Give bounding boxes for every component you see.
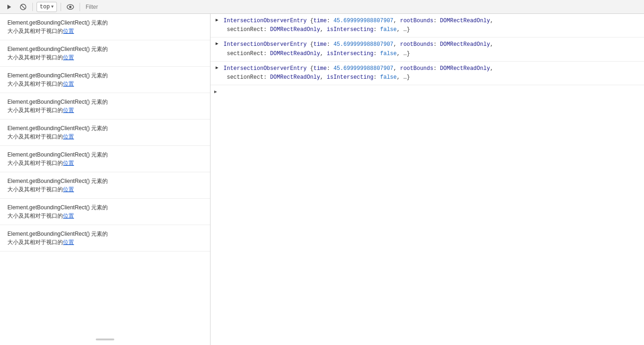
console-empty-entry: ▶ — [211, 85, 644, 91]
item-method-text: Element.getBoundingClientRect() 元素的大小及其相… — [7, 231, 108, 245]
separator-3 — [80, 3, 80, 11]
list-item[interactable]: Element.getBoundingClientRect() 元素的大小及其相… — [0, 172, 210, 199]
separator-1 — [32, 3, 33, 11]
item-method-text: Element.getBoundingClientRect() 元素的大小及其相… — [7, 178, 108, 193]
list-item[interactable]: Element.getBoundingClientRect() 元素的大小及其相… — [0, 119, 210, 146]
item-method-text: Element.getBoundingClientRect() 元素的大小及其相… — [7, 99, 108, 113]
console-text-1: IntersectionObserverEntry {time: 45.6999… — [223, 17, 640, 34]
svg-marker-0 — [7, 5, 11, 9]
item-link-text[interactable]: 位置 — [63, 107, 74, 113]
drag-bar — [96, 339, 114, 340]
main-content: Element.getBoundingClientRect() 元素的大小及其相… — [0, 14, 644, 345]
filter-input[interactable] — [84, 4, 640, 10]
separator-2 — [61, 3, 61, 11]
stop-button[interactable] — [18, 1, 29, 13]
item-method-text: Element.getBoundingClientRect() 元素的大小及其相… — [7, 46, 108, 61]
context-label: top — [40, 4, 50, 10]
item-method-text: Element.getBoundingClientRect() 元素的大小及其相… — [7, 19, 108, 34]
toolbar: top ▼ — [0, 0, 644, 14]
left-panel: Element.getBoundingClientRect() 元素的大小及其相… — [0, 14, 211, 345]
list-item[interactable]: Element.getBoundingClientRect() 元素的大小及其相… — [0, 93, 210, 119]
expand-arrow-4[interactable]: ▶ — [214, 89, 217, 94]
console-entry: ▶ IntersectionObserverEntry {time: 45.69… — [211, 14, 644, 38]
item-link-text[interactable]: 位置 — [63, 186, 74, 193]
eye-button[interactable] — [65, 1, 76, 13]
list-item[interactable]: Element.getBoundingClientRect() 元素的大小及其相… — [0, 199, 210, 225]
expand-arrow-1[interactable]: ▶ — [214, 18, 220, 23]
item-link-text[interactable]: 位置 — [63, 133, 74, 140]
context-selector[interactable]: top ▼ — [37, 2, 57, 12]
chevron-down-icon: ▼ — [51, 5, 54, 9]
svg-point-4 — [69, 6, 72, 8]
list-item[interactable]: Element.getBoundingClientRect() 元素的大小及其相… — [0, 14, 210, 40]
item-link-text[interactable]: 位置 — [63, 160, 74, 166]
item-link-text[interactable]: 位置 — [63, 28, 74, 34]
item-method-text: Element.getBoundingClientRect() 元素的大小及其相… — [7, 125, 108, 140]
eye-icon — [67, 4, 74, 10]
stop-icon — [20, 4, 26, 10]
list-item[interactable]: Element.getBoundingClientRect() 元素的大小及其相… — [0, 40, 210, 67]
list-item[interactable]: Element.getBoundingClientRect() 元素的大小及其相… — [0, 67, 210, 93]
svg-line-2 — [21, 5, 25, 9]
item-link-text[interactable]: 位置 — [63, 54, 74, 61]
right-panel: ▶ IntersectionObserverEntry {time: 45.69… — [211, 14, 644, 345]
console-text-2: IntersectionObserverEntry {time: 45.6999… — [223, 40, 640, 58]
item-method-text: Element.getBoundingClientRect() 元素的大小及其相… — [7, 72, 108, 87]
item-method-text: Element.getBoundingClientRect() 元素的大小及其相… — [7, 204, 108, 219]
play-button[interactable] — [4, 1, 15, 13]
expand-arrow-3[interactable]: ▶ — [214, 65, 220, 71]
item-link-text[interactable]: 位置 — [63, 81, 74, 87]
play-icon — [6, 4, 12, 10]
list-item[interactable]: Element.getBoundingClientRect() 元素的大小及其相… — [0, 225, 210, 251]
console-entry: ▶ IntersectionObserverEntry {time: 45.69… — [211, 62, 644, 85]
item-link-text[interactable]: 位置 — [63, 213, 74, 219]
item-link-text[interactable]: 位置 — [63, 239, 74, 245]
expand-arrow-2[interactable]: ▶ — [214, 41, 220, 47]
list-item[interactable]: Element.getBoundingClientRect() 元素的大小及其相… — [0, 146, 210, 172]
item-method-text: Element.getBoundingClientRect() 元素的大小及其相… — [7, 151, 108, 166]
console-text-3: IntersectionObserverEntry {time: 45.6999… — [223, 64, 640, 82]
console-entry: ▶ IntersectionObserverEntry {time: 45.69… — [211, 38, 644, 61]
